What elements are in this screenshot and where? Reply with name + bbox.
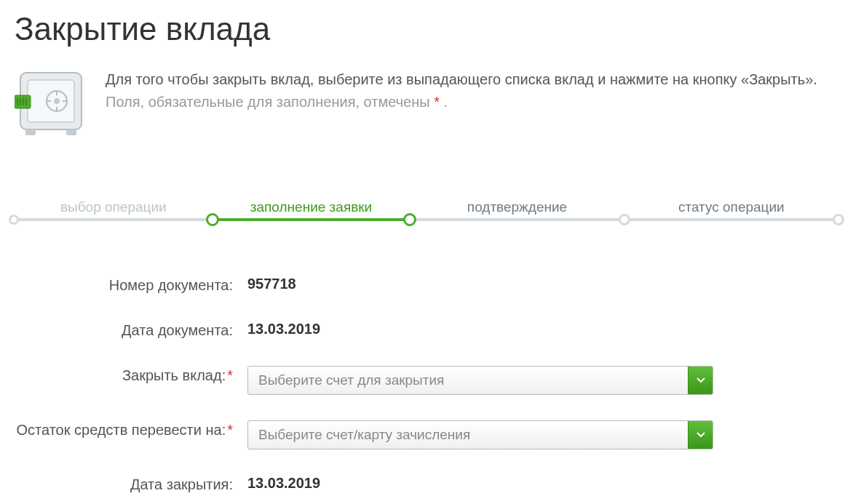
form-row-doc-number: Номер документа: 957718 <box>15 272 838 295</box>
close-deposit-label-text: Закрыть вклад: <box>122 367 226 383</box>
transfer-to-label-text: Остаток средств перевести на: <box>17 422 226 438</box>
progress-stepper: выбор операции заполнение заявки подтвер… <box>15 199 838 228</box>
intro-text-main: Для того чтобы закрыть вклад, выберите и… <box>106 69 817 90</box>
stepper-label-4: статус операции <box>624 199 838 215</box>
doc-number-value: 957718 <box>247 272 838 292</box>
safe-icon <box>15 69 87 141</box>
stepper-label-2: заполнение заявки <box>213 199 410 215</box>
stepper-dot-icon <box>9 215 19 225</box>
close-deposit-dropdown-text: Выберите счет для закрытия <box>248 367 688 394</box>
required-asterisk-icon: * <box>434 94 440 110</box>
svg-rect-14 <box>66 129 76 135</box>
form-row-close-deposit: Закрыть вклад:* Выберите счет для закрыт… <box>15 362 838 395</box>
intro-section: Для того чтобы закрыть вклад, выберите и… <box>0 69 853 163</box>
transfer-to-dropdown[interactable]: Выберите счет/карту зачисления <box>247 420 713 449</box>
svg-rect-2 <box>15 95 31 108</box>
close-date-value: 13.03.2019 <box>247 471 838 492</box>
stepper-step-3: подтверждение <box>410 199 624 221</box>
close-deposit-dropdown[interactable]: Выберите счет для закрытия <box>247 366 713 395</box>
intro-text-note: Поля, обязательные для заполнения, отмеч… <box>106 92 817 113</box>
close-deposit-label: Закрыть вклад:* <box>15 362 247 385</box>
svg-rect-13 <box>25 129 36 135</box>
chevron-down-icon <box>688 367 713 394</box>
stepper-label-3: подтверждение <box>410 199 624 215</box>
stepper-step-2: заполнение заявки <box>213 199 410 221</box>
stepper-step-1: выбор операции <box>15 199 213 221</box>
page-title: Закрытие вклада <box>0 0 853 69</box>
chevron-down-icon <box>688 421 713 449</box>
stepper-step-4: статус операции <box>624 199 838 221</box>
intro-note-prefix: Поля, обязательные для заполнения, отмеч… <box>106 94 434 110</box>
intro-note-suffix: . <box>440 94 448 110</box>
transfer-to-label: Остаток средств перевести на:* <box>15 417 247 440</box>
stepper-dot-icon <box>833 214 844 225</box>
required-asterisk-icon: * <box>227 367 233 383</box>
doc-date-label: Дата документа: <box>15 317 247 340</box>
stepper-label-1: выбор операции <box>15 199 213 215</box>
doc-number-label: Номер документа: <box>15 272 247 295</box>
svg-point-8 <box>54 98 60 104</box>
form-row-transfer-to: Остаток средств перевести на:* Выберите … <box>15 417 838 449</box>
close-date-label: Дата закрытия: <box>15 471 247 495</box>
intro-text: Для того чтобы закрыть вклад, выберите и… <box>106 69 817 113</box>
form-section: Номер документа: 957718 Дата документа: … <box>0 272 853 495</box>
doc-date-value: 13.03.2019 <box>247 317 838 337</box>
form-row-close-date: Дата закрытия: 13.03.2019 <box>15 471 838 495</box>
required-asterisk-icon: * <box>227 422 233 438</box>
transfer-to-dropdown-text: Выберите счет/карту зачисления <box>248 421 688 449</box>
form-row-doc-date: Дата документа: 13.03.2019 <box>15 317 838 340</box>
